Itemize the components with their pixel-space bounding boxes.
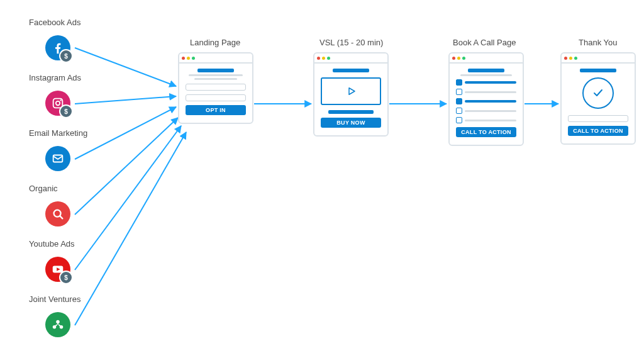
checklist-row: [456, 79, 516, 86]
funnel-diagram: Facebook Ads $ Instagram Ads $ Email Mar…: [0, 0, 644, 358]
traffic-source-label-facebook: Facebook Ads: [29, 18, 80, 27]
browser-chrome: [179, 53, 252, 64]
traffic-source-label-email: Email Marketing: [29, 128, 87, 138]
traffic-source-label-organic: Organic: [29, 184, 58, 193]
text-placeholder: [189, 74, 243, 76]
svg-point-1: [56, 101, 60, 105]
svg-point-2: [60, 99, 61, 101]
svg-line-5: [60, 216, 63, 219]
arrow-organic-to-landing: [75, 118, 178, 215]
arrow-instagram-to-landing: [75, 96, 176, 104]
browser-chrome: [562, 53, 635, 64]
heading-placeholder: [580, 69, 616, 72]
dollar-badge-icon: $: [59, 271, 73, 284]
dollar-badge-icon: $: [59, 49, 73, 63]
cta-button: CALL TO ACTION: [456, 127, 516, 137]
heading-placeholder: [197, 69, 234, 72]
text-placeholder: [460, 74, 512, 76]
buynow-button: BUY NOW: [321, 118, 381, 128]
traffic-source-label-jv: Joint Ventures: [29, 294, 80, 304]
form-field-placeholder: [568, 115, 628, 122]
heading-placeholder: [468, 69, 504, 72]
page-card-bookcall: CALL TO ACTION: [448, 52, 524, 146]
arrow-email-to-landing: [75, 107, 176, 159]
success-check-icon: [582, 77, 614, 109]
page-title-vsl: VSL (15 - 20 min): [319, 38, 383, 47]
form-field-placeholder: [186, 84, 246, 91]
heading-placeholder: [333, 69, 369, 72]
dollar-badge-icon: $: [59, 104, 73, 118]
arrow-jv-to-landing: [75, 132, 186, 325]
checklist-row: [456, 108, 516, 114]
joint-ventures-icon: [45, 312, 70, 337]
optin-button: OPT IN: [186, 105, 246, 115]
youtube-icon: $: [45, 257, 70, 282]
checklist-row: [456, 117, 516, 123]
form-field-placeholder: [186, 94, 246, 101]
facebook-icon: $: [45, 35, 70, 60]
cta-button: CALL TO ACTION: [568, 126, 628, 136]
page-title-bookcall: Book A Call Page: [453, 38, 516, 47]
checklist-row: [456, 89, 516, 95]
organic-search-icon: [45, 201, 70, 227]
checklist-row: [456, 98, 516, 104]
page-card-thankyou: CALL TO ACTION: [560, 52, 636, 145]
page-title-landing: Landing Page: [190, 38, 240, 47]
instagram-icon: $: [45, 91, 70, 116]
video-placeholder: [321, 77, 381, 105]
page-title-thankyou: Thank You: [579, 38, 617, 47]
email-icon: [45, 146, 70, 171]
subheading-placeholder: [328, 110, 374, 114]
traffic-source-label-youtube: Youtube Ads: [29, 239, 75, 249]
browser-chrome: [450, 53, 523, 64]
text-placeholder: [194, 78, 236, 80]
page-card-landing: OPT IN: [178, 52, 253, 124]
page-card-vsl: BUY NOW: [313, 52, 389, 137]
browser-chrome: [314, 53, 387, 64]
play-icon: [345, 86, 357, 97]
arrow-facebook-to-landing: [75, 48, 176, 86]
traffic-source-label-instagram: Instagram Ads: [29, 73, 81, 82]
arrow-youtube-to-landing: [75, 126, 181, 270]
